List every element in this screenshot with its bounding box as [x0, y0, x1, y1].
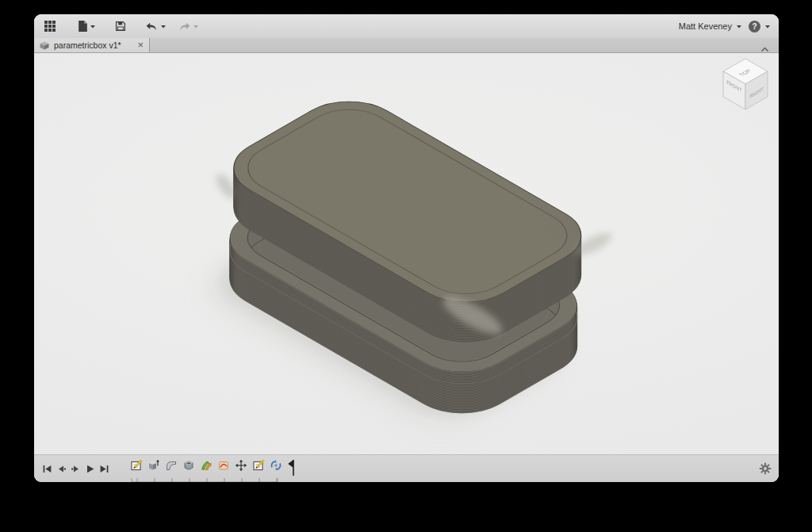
document-tab-bar: parametricbox v1* ×	[34, 38, 779, 53]
user-name: Matt Keveney	[679, 21, 732, 31]
play-button[interactable]	[84, 463, 95, 474]
timeline-feature-sketch2-icon[interactable]	[252, 459, 265, 472]
model-viewport[interactable]: TOP FRONT RIGHT	[34, 53, 779, 455]
timeline-feature-sketch-icon[interactable]	[130, 459, 143, 472]
timeline-group-bracket	[131, 473, 283, 482]
redo-icon	[178, 21, 191, 32]
timeline-settings-button[interactable]	[759, 462, 772, 475]
go-to-start-button[interactable]	[41, 463, 52, 474]
dropdown-caret-icon	[736, 25, 742, 29]
dropdown-caret-icon	[193, 25, 199, 29]
step-back-button[interactable]	[56, 463, 67, 474]
dropdown-caret-icon	[90, 25, 96, 29]
app-launcher-grid-icon[interactable]	[41, 18, 59, 34]
tab-title: parametricbox v1*	[54, 40, 132, 50]
dropdown-caret-icon	[160, 25, 167, 29]
view-cube[interactable]: TOP FRONT RIGHT	[723, 59, 768, 109]
timeline-playback-controls	[41, 463, 109, 474]
dropdown-caret-icon	[764, 25, 771, 29]
save-button[interactable]	[113, 19, 128, 33]
undo-icon	[145, 21, 159, 32]
save-icon	[115, 21, 126, 32]
timeline-feature-paste-icon[interactable]	[270, 459, 282, 472]
timeline-bar	[34, 454, 779, 482]
timeline-feature-move-icon[interactable]	[235, 459, 247, 472]
timeline-feature-extrude-icon[interactable]	[147, 459, 160, 472]
step-forward-button[interactable]	[70, 463, 81, 474]
document-tab[interactable]: parametricbox v1* ×	[34, 38, 150, 52]
main-toolbar: Matt Keveney ?	[34, 14, 779, 39]
timeline-feature-shell-icon[interactable]	[182, 459, 195, 472]
gear-icon	[759, 462, 772, 475]
chevron-up-icon	[760, 47, 769, 52]
user-account-menu[interactable]: Matt Keveney	[679, 21, 742, 31]
undo-button[interactable]	[143, 20, 169, 33]
viewport-svg: TOP FRONT RIGHT	[34, 53, 779, 455]
app-window: Matt Keveney ? parametricbox v1* ×	[34, 14, 779, 482]
redo-button[interactable]	[175, 20, 201, 33]
timeline-feature-offset-face-icon[interactable]	[200, 459, 213, 472]
help-icon: ?	[749, 21, 760, 33]
model-cube-icon	[40, 41, 49, 50]
timeline-features	[130, 457, 297, 480]
help-menu[interactable]: ?	[749, 21, 771, 33]
tab-close-icon[interactable]: ×	[137, 41, 144, 49]
new-file-button[interactable]	[75, 18, 98, 34]
go-to-end-button[interactable]	[98, 463, 109, 474]
timeline-feature-surface-icon[interactable]	[217, 459, 230, 472]
timeline-position-marker[interactable]	[287, 458, 297, 480]
timeline-feature-fillet-icon[interactable]	[165, 459, 178, 472]
file-icon	[78, 20, 88, 33]
screenshot-root: { "header": { "user_name": "Matt Keveney…	[0, 0, 812, 532]
